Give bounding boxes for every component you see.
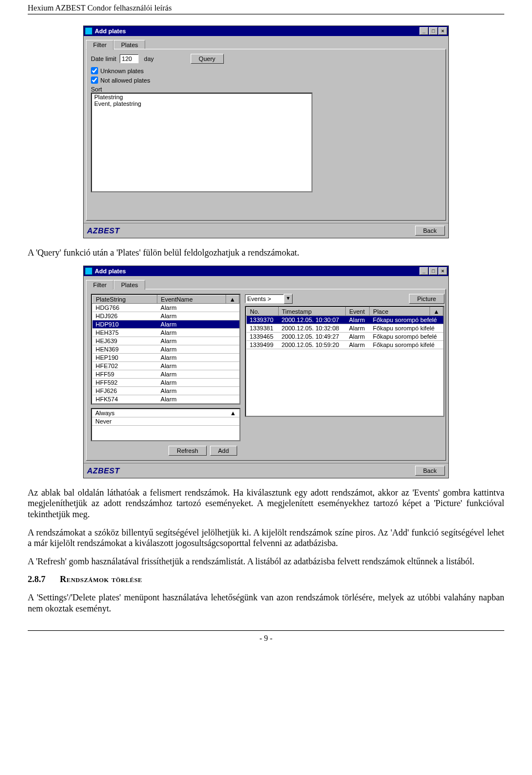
rules-listbox[interactable]: Always▲Never xyxy=(91,408,241,441)
table-row[interactable]: HFF59Alarm xyxy=(93,370,239,379)
list-item[interactable]: Always▲ xyxy=(92,409,239,417)
section-heading: 2.8.7 Rendszámok törlése xyxy=(28,574,504,584)
paragraph: A 'Refresh' gomb használatával frissíthe… xyxy=(28,556,504,567)
table-row[interactable]: HEJ639Alarm xyxy=(93,337,239,345)
header-rule xyxy=(28,14,504,14)
events-table[interactable]: No. Timestamp Event Place ▲ 13393702000.… xyxy=(245,306,444,417)
minimize-button[interactable]: _ xyxy=(420,267,428,275)
tab-panel-filter: Date limit day Query Unknown plates Not … xyxy=(86,49,446,221)
app-icon xyxy=(85,267,93,275)
tabstrip: Filter Plates xyxy=(86,39,446,49)
paragraph: A rendszámokat a szóköz billentyű segíts… xyxy=(28,527,504,548)
col-event[interactable]: Event xyxy=(346,308,370,316)
scroll-up-icon[interactable]: ▲ xyxy=(226,295,239,304)
table-row[interactable]: HFK574Alarm xyxy=(93,395,239,404)
events-combo[interactable] xyxy=(245,294,284,303)
close-button[interactable]: × xyxy=(438,27,447,35)
chevron-down-icon[interactable]: ▼ xyxy=(284,294,293,304)
app-icon xyxy=(85,27,93,35)
tab-plates[interactable]: Plates xyxy=(114,40,145,49)
brand-logo: AZBEST xyxy=(87,466,120,475)
tab-plates[interactable]: Plates xyxy=(114,280,145,290)
tab-filter[interactable]: Filter xyxy=(86,280,114,289)
table-row[interactable]: HDP910Alarm xyxy=(93,320,239,329)
close-button[interactable]: × xyxy=(438,267,447,275)
table-row[interactable]: HEH375Alarm xyxy=(93,329,239,337)
label-day: day xyxy=(144,55,154,62)
table-row[interactable]: HFE702Alarm xyxy=(93,362,239,370)
brand-logo: AZBEST xyxy=(87,226,120,235)
page-footer: - 9 - xyxy=(28,630,504,643)
sort-option[interactable]: Event, platestring xyxy=(92,100,311,107)
col-place[interactable]: Place xyxy=(370,308,430,316)
list-item[interactable]: Never xyxy=(92,417,239,426)
refresh-button[interactable]: Refresh xyxy=(168,446,207,456)
tab-filter[interactable]: Filter xyxy=(86,40,114,50)
table-row[interactable]: HEP190Alarm xyxy=(93,354,239,362)
paragraph: Az ablak bal oldalán láthatóak a felisme… xyxy=(28,487,504,519)
col-timestamp[interactable]: Timestamp xyxy=(278,308,346,316)
plates-table[interactable]: PlateString EventName ▲ HDG766AlarmHDJ92… xyxy=(91,294,241,405)
titlebar: Add plates _ □ × xyxy=(84,26,448,36)
paragraph: A 'Settings'/'Delete plates' menüpont ha… xyxy=(28,592,504,613)
col-platestring[interactable]: PlateString xyxy=(93,295,157,304)
section-number: 2.8.7 xyxy=(28,574,45,584)
sort-option[interactable]: Platestring xyxy=(92,94,311,100)
col-eventname[interactable]: EventName xyxy=(157,295,226,304)
add-plates-window-plates: Add plates _ □ × Filter Plates PlateStri… xyxy=(83,266,449,478)
table-row[interactable]: HFJ626Alarm xyxy=(93,387,239,395)
minimize-button[interactable]: _ xyxy=(420,27,428,35)
document-header: Hexium AZBEST Condor felhasználói leírás xyxy=(28,0,504,14)
add-plates-window-filter: Add plates _ □ × Filter Plates Date limi… xyxy=(83,26,449,238)
sort-listbox[interactable]: Platestring Event, platestring xyxy=(91,93,313,192)
tabstrip: Filter Plates xyxy=(86,279,446,289)
date-limit-input[interactable] xyxy=(120,54,139,63)
maximize-button[interactable]: □ xyxy=(429,267,438,275)
unknown-plates-checkbox[interactable] xyxy=(91,67,98,74)
footer-bar: AZBEST Back xyxy=(84,223,448,238)
section-title: Rendszámok törlése xyxy=(60,574,142,584)
tab-panel-plates: PlateString EventName ▲ HDG766AlarmHDJ92… xyxy=(86,289,446,461)
paragraph: A 'Query' funkció után a 'Plates' fülön … xyxy=(28,247,504,258)
back-button[interactable]: Back xyxy=(415,226,445,236)
back-button[interactable]: Back xyxy=(415,466,445,476)
table-row[interactable]: 13394652000.12.05. 10:49:27AlarmFőkapu s… xyxy=(247,333,443,341)
table-row[interactable]: HDG766Alarm xyxy=(93,304,239,312)
table-row[interactable]: HDJ926Alarm xyxy=(93,312,239,320)
table-row[interactable]: 13393702000.12.05. 10:30:07AlarmFőkapu s… xyxy=(247,316,443,324)
sort-label: Sort xyxy=(91,86,438,93)
picture-button[interactable]: Picture xyxy=(409,294,444,304)
table-row[interactable]: HFF592Alarm xyxy=(93,379,239,387)
unknown-plates-label: Unknown plates xyxy=(100,68,144,74)
table-row[interactable]: 13394992000.12.05. 10:59:20AlarmFőkapu s… xyxy=(247,341,443,349)
label-date-limit: Date limit xyxy=(91,55,116,62)
add-button[interactable]: Add xyxy=(210,446,238,456)
not-allowed-plates-label: Not allowed plates xyxy=(100,77,150,84)
footer-bar: AZBEST Back xyxy=(84,463,448,478)
col-no[interactable]: No. xyxy=(247,308,279,316)
not-allowed-plates-checkbox[interactable] xyxy=(91,77,98,84)
table-row[interactable]: 13393812000.12.05. 10:32:08AlarmFőkapu s… xyxy=(247,324,443,333)
maximize-button[interactable]: □ xyxy=(429,27,438,35)
window-title: Add plates xyxy=(95,268,419,274)
query-button[interactable]: Query xyxy=(191,54,224,64)
scroll-up-icon[interactable]: ▲ xyxy=(430,308,443,316)
titlebar: Add plates _ □ × xyxy=(84,266,448,276)
table-row[interactable]: HEN369Alarm xyxy=(93,345,239,354)
window-title: Add plates xyxy=(95,28,419,34)
